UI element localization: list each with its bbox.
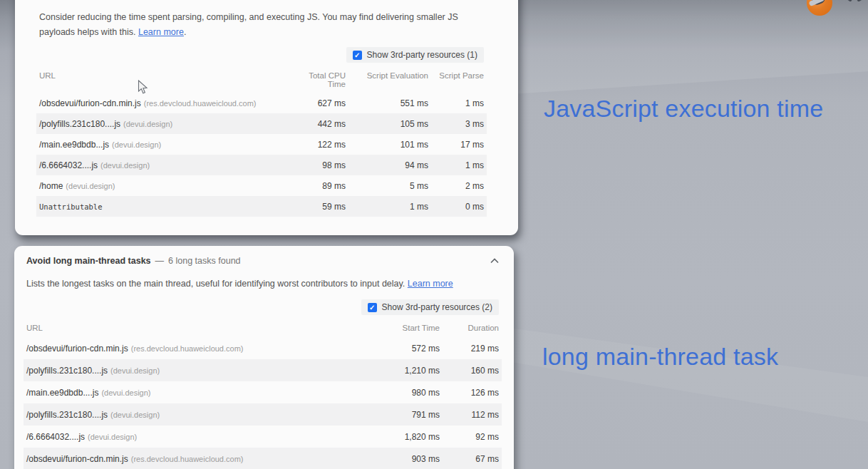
resource-url: /obsdevui/furion-cdn.min.js (26, 454, 128, 464)
table-header-row: URL Start Time Duration (24, 321, 502, 337)
table-row: /obsdevui/furion-cdn.min.js(res.devcloud… (24, 448, 502, 469)
resource-url: Unattributable (39, 202, 103, 211)
collapse-chevron-icon[interactable] (490, 258, 499, 264)
script-evaluation-cell: 101 ms (348, 140, 431, 150)
description-text: Consider reducing the time spent parsing… (39, 12, 458, 37)
url-cell: /6.6664032....js(devui.design) (24, 432, 364, 442)
resource-domain: (devui.design) (88, 433, 137, 441)
panel-avoid-long-main-thread-tasks: Avoid long main-thread tasks — 6 long ta… (14, 246, 514, 469)
url-cell: /obsdevui/furion-cdn.min.js(res.devcloud… (24, 344, 364, 354)
script-evaluation-cell: 5 ms (348, 181, 431, 191)
table-row: /obsdevui/furion-cdn.min.js(res.devcloud… (36, 93, 487, 113)
resource-url: /main.ee9dbdb...js (39, 140, 109, 150)
audit-result-summary: 6 long tasks found (168, 256, 240, 266)
script-evaluation-cell: 94 ms (348, 160, 431, 170)
audit-description: Consider reducing the time spent parsing… (39, 10, 467, 40)
table-body: /obsdevui/furion-cdn.min.js(res.devcloud… (24, 337, 502, 469)
resource-url: /polyfills.231c180....js (26, 410, 108, 420)
duration-cell: 112 ms (443, 410, 502, 420)
total-cpu-time-cell: 98 ms (281, 160, 348, 170)
column-header-script-parse: Script Parse (431, 71, 487, 80)
resource-domain: (res.devcloud.huaweicloud.com) (144, 99, 257, 108)
duration-cell: 67 ms (443, 454, 502, 464)
duration-cell: 160 ms (443, 366, 502, 376)
total-cpu-time-cell: 89 ms (281, 181, 348, 191)
resource-domain: (devui.design) (66, 182, 115, 190)
audit-title-separator: — (155, 256, 165, 266)
table-row: /polyfills.231c180....js(devui.design) 1… (24, 359, 502, 381)
resource-url: /home (39, 181, 63, 191)
url-cell: /polyfills.231c180....js(devui.design) (24, 366, 364, 376)
resource-domain: (devui.design) (123, 120, 172, 128)
duration-cell: 92 ms (443, 432, 502, 442)
company-logo (802, 0, 868, 20)
resource-domain: (devui.design) (100, 161, 150, 170)
logo-orange-orb-icon (807, 0, 832, 16)
table-row: /main.ee9dbdb....js(devui.design) 980 ms… (24, 381, 502, 403)
url-cell: /polyfills.231c180....js(devui.design) (36, 119, 281, 129)
audit-title: Avoid long main-thread tasks (26, 256, 151, 266)
start-time-cell: 980 ms (364, 388, 443, 398)
show-third-party-checkbox[interactable]: ✓ Show 3rd-party resources (2) (361, 299, 499, 315)
logo-text-fragment (842, 0, 868, 1)
resource-domain: (devui.design) (101, 388, 150, 397)
url-cell: Unattributable (36, 202, 281, 212)
script-evaluation-cell: 105 ms (348, 119, 431, 129)
script-parse-cell: 1 ms (431, 98, 487, 108)
long-tasks-table: URL Start Time Duration /obsdevui/furion… (24, 321, 502, 469)
duration-cell: 126 ms (443, 388, 502, 398)
checkbox-checked-icon[interactable]: ✓ (353, 51, 362, 60)
resource-domain: (res.devcloud.huaweicloud.com) (131, 344, 244, 353)
script-parse-cell: 2 ms (431, 181, 487, 191)
table-row: /main.ee9dbdb...js(devui.design) 122 ms … (36, 134, 487, 155)
checkbox-label: Show 3rd-party resources (1) (367, 50, 477, 60)
show-third-party-checkbox[interactable]: ✓ Show 3rd-party resources (1) (346, 47, 484, 63)
table-row: /6.6664032....js(devui.design) 1,820 ms … (24, 426, 502, 448)
script-evaluation-cell: 551 ms (348, 98, 431, 108)
table-row: /6.6664032....js(devui.design) 98 ms 94 … (36, 155, 487, 175)
start-time-cell: 1,820 ms (364, 432, 443, 442)
table-row: Unattributable 59 ms 1 ms 0 ms (36, 196, 487, 217)
total-cpu-time-cell: 59 ms (281, 202, 348, 212)
url-cell: /main.ee9dbdb...js(devui.design) (36, 140, 281, 150)
audit-header: Avoid long main-thread tasks — 6 long ta… (14, 246, 514, 266)
resource-domain: (res.devcloud.huaweicloud.com) (131, 455, 244, 463)
total-cpu-time-cell: 122 ms (281, 140, 348, 150)
resource-domain: (devui.design) (110, 366, 160, 375)
resource-url: /obsdevui/furion-cdn.min.js (39, 98, 141, 108)
url-cell: /polyfills.231c180....js(devui.design) (24, 410, 364, 420)
js-execution-table: URL Total CPU Time Script Evaluation Scr… (36, 67, 487, 217)
table-row: /home(devui.design) 89 ms 5 ms 2 ms (36, 175, 487, 196)
url-cell: /main.ee9dbdb....js(devui.design) (24, 388, 364, 398)
column-header-script-evaluation: Script Evaluation (348, 71, 431, 80)
table-row: /obsdevui/furion-cdn.min.js(res.devcloud… (24, 337, 502, 359)
table-header-row: URL Total CPU Time Script Evaluation Scr… (36, 67, 487, 93)
panel-js-execution-time: Consider reducing the time spent parsing… (15, 0, 518, 235)
learn-more-link[interactable]: Learn more (408, 279, 453, 289)
third-party-filter-row: ✓ Show 3rd-party resources (2) (26, 299, 499, 315)
table-row: /polyfills.231c180....js(devui.design) 7… (24, 403, 502, 426)
resource-url: /polyfills.231c180....js (26, 366, 108, 376)
script-parse-cell: 0 ms (431, 202, 487, 212)
column-header-start-time: Start Time (364, 324, 443, 332)
resource-url: /polyfills.231c180....js (39, 119, 120, 129)
learn-more-link[interactable]: Learn more (138, 27, 184, 37)
start-time-cell: 572 ms (364, 344, 443, 354)
checkbox-checked-icon[interactable]: ✓ (368, 303, 377, 312)
script-parse-cell: 1 ms (431, 160, 487, 170)
resource-url: /6.6664032....js (26, 432, 85, 442)
duration-cell: 219 ms (443, 344, 502, 354)
resource-url: /main.ee9dbdb....js (26, 388, 98, 398)
url-cell: /obsdevui/furion-cdn.min.js(res.devcloud… (24, 454, 364, 464)
script-parse-cell: 3 ms (431, 119, 487, 129)
checkbox-label: Show 3rd-party resources (2) (382, 302, 492, 312)
third-party-filter-row: ✓ Show 3rd-party resources (1) (39, 47, 484, 63)
url-cell: /obsdevui/furion-cdn.min.js(res.devcloud… (36, 98, 281, 108)
resource-url: /obsdevui/furion-cdn.min.js (26, 344, 128, 354)
start-time-cell: 903 ms (364, 454, 443, 464)
url-cell: /6.6664032....js(devui.design) (36, 160, 281, 170)
column-header-total-cpu-time: Total CPU Time (281, 71, 348, 88)
total-cpu-time-cell: 627 ms (281, 98, 348, 108)
start-time-cell: 791 ms (364, 410, 443, 420)
audit-description: Lists the longest tasks on the main thre… (26, 277, 499, 292)
